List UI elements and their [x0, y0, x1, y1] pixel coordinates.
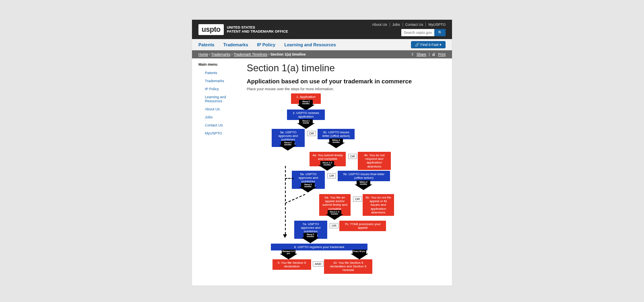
nav-patents[interactable]: Patents	[198, 42, 215, 47]
link-about-us[interactable]: About Us	[372, 23, 390, 27]
logo-mark: uspto	[198, 24, 224, 35]
main-content: Section 1(a) timeline Application based …	[243, 62, 446, 279]
primary-nav: Patents Trademarks IP Policy Learning an…	[192, 39, 452, 50]
arrow-8-10: Every 10 yrs.	[351, 250, 368, 259]
crumb-current: Section 1(a) timeline	[270, 52, 306, 56]
and-9-10: AND	[313, 261, 324, 267]
step-3b[interactable]: 3b. USPTO issues letter (office action)	[318, 129, 355, 139]
find-it-fast-button[interactable]: 🔗 Find It Fast ▾	[411, 41, 446, 48]
arrow-3b-down: Within 6 months	[327, 139, 345, 148]
header-right: About Us Jobs Contact Us MyUSPTO 🔍	[372, 23, 446, 36]
sidebar-item-myuspto[interactable]: MyUSPTO	[198, 129, 243, 137]
separator: |	[429, 52, 429, 56]
arrow-6-7: About 1–2 months	[326, 210, 343, 220]
browser-viewport: uspto UNITED STATES PATENT AND TRADEMARK…	[192, 20, 452, 285]
nav-ip-policy[interactable]: IP Policy	[257, 42, 276, 47]
arrow-5b-down: Within 6 months	[355, 180, 372, 190]
uspto-logo[interactable]: uspto UNITED STATES PATENT AND TRADEMARK…	[198, 24, 288, 35]
page-title: Section 1(a) timeline	[247, 62, 446, 74]
sidebar-item-learning[interactable]: Learning and Resources	[198, 93, 243, 105]
dashed-h-5a	[285, 178, 294, 179]
step-10[interactable]: 10. You file Section 8 declaration and S…	[324, 259, 372, 274]
print-link[interactable]: Print	[438, 52, 446, 56]
hint-text: Place your mouse over the steps for more…	[247, 87, 446, 91]
step-9[interactable]: 9. You file Section 8 declaration	[272, 259, 311, 270]
arrow-5b-label: Within 6 months	[357, 181, 370, 186]
step-5b[interactable]: 5b. USPTO issues final letter (office ac…	[338, 171, 390, 181]
search-form: 🔍	[401, 29, 446, 36]
find-it-fast-label: Find It Fast	[420, 43, 438, 47]
search-icon: 🔍	[438, 31, 442, 35]
arrow-8-10-label: Every 10 yrs.	[353, 250, 366, 252]
search-input[interactable]	[401, 29, 434, 36]
nav-trademarks[interactable]: Trademarks	[223, 42, 248, 47]
arrow-3a-label: About 3 months	[281, 142, 295, 146]
step-7b[interactable]: 7b. TTAB processes your appeal	[339, 221, 386, 231]
sidebar-title: Main menu	[198, 62, 243, 66]
arrow-4-label: About 1–2 months	[320, 162, 334, 166]
arrow-7-8: About 3 months	[301, 233, 319, 243]
dashed-diag	[285, 194, 305, 204]
share-link[interactable]: Share	[417, 52, 426, 56]
arrow-5a-label: About 3 months	[301, 184, 315, 188]
breadcrumb-bar: Home › Trademarks › Trademark Timelines …	[192, 50, 452, 58]
arrow-6-label: About 1–2 months	[328, 211, 341, 215]
crumb-timelines[interactable]: Trademark Timelines	[233, 52, 267, 56]
print-icon: 🖨	[432, 52, 436, 56]
arrow-3b-label: Within 6 months	[329, 139, 343, 144]
chevron-down-icon: ▾	[438, 43, 442, 47]
or-7: OR	[330, 223, 339, 228]
arrow-8-9-label: Between 5–6 yrs.	[282, 250, 295, 255]
arrow-2-3-label: About 1 month	[299, 120, 313, 124]
nav-links: Patents Trademarks IP Policy Learning an…	[198, 42, 336, 47]
arrow-3a-down: About 3 months	[279, 141, 297, 151]
sidebar-item-trademarks[interactable]: Trademarks	[198, 77, 243, 85]
header-utility-links: About Us Jobs Contact Us MyUSPTO	[372, 23, 446, 27]
sidebar-item-about[interactable]: About Us	[198, 105, 243, 113]
step-6b[interactable]: 6b. You do not file appeal or fix issues…	[363, 194, 394, 216]
logo-text: UNITED STATES PATENT AND TRADEMARK OFFIC…	[227, 25, 288, 34]
or-6: OR	[353, 197, 362, 202]
dashed-arrow-tip	[283, 234, 287, 238]
arrow-1-2: About 3 months	[297, 100, 315, 110]
link-jobs[interactable]: Jobs	[392, 23, 403, 27]
share-icon: ⇪	[411, 52, 414, 56]
or-3: OR	[307, 131, 316, 136]
arrow-7-label: About 3 months	[303, 234, 317, 238]
step-2[interactable]: 2. USPTO reviews application	[287, 110, 325, 120]
sidebar-item-ip-policy[interactable]: IP Policy	[198, 85, 243, 93]
sidebar: Main menu Patents Trademarks IP Policy L…	[198, 62, 243, 279]
page-tools: ⇪ Share | 🖨 Print	[411, 52, 446, 56]
page-subtitle: Application based on use of your tradema…	[247, 78, 446, 85]
link-icon: 🔗	[415, 43, 421, 47]
link-myuspto[interactable]: MyUSPTO	[428, 23, 446, 27]
arrow-1-2-label: About 3 months	[299, 101, 313, 105]
logo-line2: PATENT AND TRADEMARK OFFICE	[227, 29, 288, 33]
step-4b[interactable]: 4b. You do not respond and application a…	[358, 152, 391, 170]
search-button[interactable]: 🔍	[434, 29, 446, 36]
or-5: OR	[327, 173, 336, 178]
arrow-4-5: About 1–2 months	[318, 161, 336, 171]
timeline-flowchart: 1. Application filed About 3 months 2. U…	[247, 93, 416, 279]
or-4: OR	[348, 154, 357, 159]
arrow-5a-down: About 3 months	[299, 183, 317, 192]
dashed-connector	[285, 166, 286, 234]
logo-line1: UNITED STATES	[227, 25, 288, 29]
breadcrumb: Home › Trademarks › Trademark Timelines …	[198, 52, 306, 56]
crumb-trademarks[interactable]: Trademarks	[211, 52, 231, 56]
arrow-8-9: Between 5–6 yrs.	[280, 250, 297, 259]
sidebar-item-patents[interactable]: Patents	[198, 69, 243, 77]
crumb-home[interactable]: Home	[198, 52, 208, 56]
link-contact-us[interactable]: Contact Us	[405, 23, 426, 27]
sidebar-item-jobs[interactable]: Jobs	[198, 113, 243, 121]
site-header: uspto UNITED STATES PATENT AND TRADEMARK…	[192, 20, 452, 39]
sidebar-item-contact[interactable]: Contact Us	[198, 121, 243, 129]
nav-learning[interactable]: Learning and Resources	[284, 42, 336, 47]
content-row: Main menu Patents Trademarks IP Policy L…	[192, 58, 452, 283]
arrow-2-3: About 1 month	[297, 119, 315, 129]
